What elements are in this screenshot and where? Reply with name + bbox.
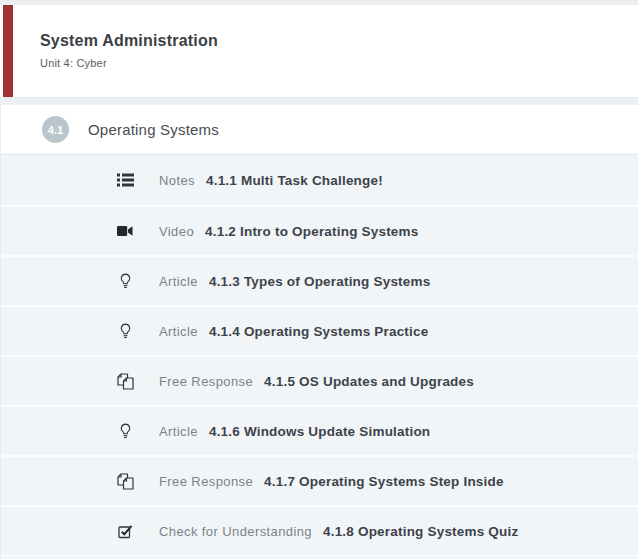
- lesson-row-4-1-1[interactable]: Notes 4.1.1 Multi Task Challenge!: [1, 155, 638, 205]
- module-number-badge: 4.1: [42, 116, 69, 143]
- copy-icon: [115, 373, 135, 390]
- lesson-type-label: Check for Understanding: [159, 524, 312, 539]
- lesson-row-4-1-4[interactable]: Article 4.1.4 Operating Systems Practice: [1, 305, 638, 355]
- lesson-title: 4.1.1 Multi Task Challenge!: [206, 173, 383, 188]
- lesson-title: 4.1.4 Operating Systems Practice: [209, 324, 429, 339]
- lesson-type-label: Video: [159, 224, 194, 239]
- module-title: Operating Systems: [88, 121, 219, 138]
- lesson-type-label: Free Response: [159, 374, 253, 389]
- lightbulb-icon: [115, 323, 135, 339]
- course-accent-bar: [3, 5, 13, 97]
- lesson-row-4-1-6[interactable]: Article 4.1.6 Windows Update Simulation: [1, 405, 638, 455]
- lesson-row-4-1-8[interactable]: Check for Understanding 4.1.8 Operating …: [1, 505, 638, 555]
- module-section: 4.1 Operating Systems Notes 4.1.1 Multi …: [0, 105, 638, 559]
- list-icon: [115, 173, 135, 187]
- unit-subtitle: Unit 4: Cyber: [40, 57, 638, 69]
- lesson-type-label: Article: [159, 274, 198, 289]
- checkbox-check-icon: [115, 524, 135, 539]
- lesson-row-4-1-5[interactable]: Free Response 4.1.5 OS Updates and Upgra…: [1, 355, 638, 405]
- lesson-title: 4.1.7 Operating Systems Step Inside: [264, 474, 504, 489]
- course-title: System Administration: [40, 32, 638, 50]
- lesson-title: 4.1.5 OS Updates and Upgrades: [264, 374, 474, 389]
- lesson-type-label: Notes: [159, 173, 195, 188]
- lesson-title: 4.1.6 Windows Update Simulation: [209, 424, 430, 439]
- lightbulb-icon: [115, 273, 135, 289]
- lesson-title: 4.1.8 Operating Systems Quiz: [323, 524, 518, 539]
- lesson-row-4-1-7[interactable]: Free Response 4.1.7 Operating Systems St…: [1, 455, 638, 505]
- lesson-type-label: Free Response: [159, 474, 253, 489]
- module-header[interactable]: 4.1 Operating Systems: [1, 105, 638, 154]
- lesson-row-4-1-3[interactable]: Article 4.1.3 Types of Operating Systems: [1, 255, 638, 305]
- lesson-list: Notes 4.1.1 Multi Task Challenge! Video …: [1, 154, 638, 559]
- lesson-title: 4.1.3 Types of Operating Systems: [209, 274, 430, 289]
- lightbulb-icon: [115, 423, 135, 439]
- lesson-row-4-1-2[interactable]: Video 4.1.2 Intro to Operating Systems: [1, 205, 638, 255]
- course-header: System Administration Unit 4: Cyber: [0, 5, 638, 98]
- next-row-partial: [1, 555, 638, 559]
- lesson-type-label: Article: [159, 424, 198, 439]
- card-gap: [0, 98, 638, 105]
- lesson-type-label: Article: [159, 324, 198, 339]
- lesson-title: 4.1.2 Intro to Operating Systems: [205, 224, 418, 239]
- copy-icon: [115, 473, 135, 490]
- video-icon: [115, 225, 135, 237]
